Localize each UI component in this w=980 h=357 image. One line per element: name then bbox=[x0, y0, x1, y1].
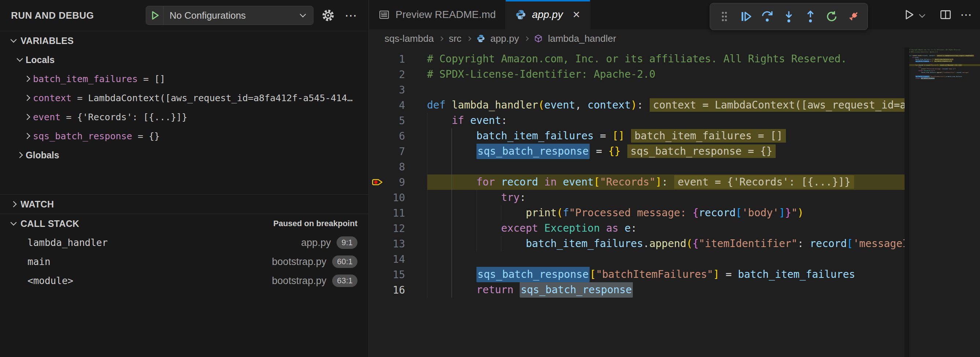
code-token: batch_item_failures bbox=[947, 76, 962, 77]
breadcrumb-symbol[interactable]: lambda_handler bbox=[548, 33, 616, 45]
variable-row[interactable]: event = {'Records': [{...}]} bbox=[0, 107, 368, 126]
frame-function: main bbox=[27, 256, 51, 267]
code-editor[interactable]: 1# Copyright Amazon.com, Inc. or its aff… bbox=[369, 48, 905, 357]
code-line[interactable]: 12 except Exception as e: bbox=[369, 221, 905, 236]
close-icon[interactable]: ✕ bbox=[573, 9, 581, 21]
indent-guide bbox=[452, 252, 452, 267]
breakpoint-slot[interactable] bbox=[369, 252, 387, 267]
code-token: " bbox=[791, 207, 798, 219]
breakpoint-slot[interactable] bbox=[369, 113, 387, 128]
start-debug-icon[interactable] bbox=[146, 6, 164, 25]
code-line[interactable]: 1# Copyright Amazon.com, Inc. or its aff… bbox=[369, 51, 905, 67]
globals-group[interactable]: Globals bbox=[0, 145, 368, 164]
run-python-file-icon[interactable] bbox=[901, 6, 917, 23]
breakpoint-slot[interactable] bbox=[369, 82, 387, 97]
code-line[interactable]: 15 sqs_batch_response["batchItemFailures… bbox=[369, 267, 905, 282]
code-token: if bbox=[452, 114, 464, 126]
code-token: event bbox=[544, 99, 575, 111]
line-number: 5 bbox=[387, 115, 427, 127]
code-token: : bbox=[935, 55, 936, 56]
chevron-right-icon bbox=[11, 201, 17, 207]
breakpoint-slot[interactable] bbox=[369, 144, 387, 159]
code-line[interactable]: 3 bbox=[369, 82, 905, 97]
code-token: # SPDX-License-Identifier: Apache-2.0 bbox=[909, 51, 937, 53]
more-actions-icon[interactable]: ⋯ bbox=[958, 6, 974, 23]
code-token: 'body' bbox=[742, 207, 779, 219]
variables-section-header[interactable]: VARIABLES bbox=[0, 31, 368, 50]
stack-frame-row[interactable]: mainbootstrap.py60:1 bbox=[0, 252, 368, 271]
debug-configuration-dropdown[interactable]: No Configurations bbox=[146, 6, 313, 25]
code-line[interactable]: 16 return sqs_batch_response bbox=[369, 282, 905, 298]
code-token: batch_item_failures bbox=[476, 130, 593, 142]
call-stack-title: CALL STACK bbox=[21, 218, 79, 229]
breakpoint-slot[interactable] bbox=[369, 128, 387, 144]
code-token bbox=[427, 114, 452, 126]
gear-icon[interactable] bbox=[320, 7, 336, 24]
variable-row[interactable]: context = LambdaContext([aws_request_id=… bbox=[0, 88, 368, 107]
breadcrumb-file[interactable]: app.py bbox=[490, 33, 519, 45]
breadcrumb-folder[interactable]: sqs-lambda bbox=[385, 33, 434, 45]
code-token: f bbox=[563, 207, 569, 219]
code-line[interactable]: 9 for record in event["Records"]:event =… bbox=[369, 174, 905, 190]
breakpoint-slot[interactable] bbox=[369, 205, 387, 221]
code-line[interactable]: 7 sqs_batch_response = {}sqs_batch_respo… bbox=[369, 144, 905, 159]
code-line[interactable]: 6 batch_item_failures = []batch_item_fai… bbox=[369, 128, 905, 144]
breakpoint-slot[interactable] bbox=[369, 97, 387, 113]
code-token: "batchItemFailures" bbox=[930, 76, 945, 77]
tab-preview-readme[interactable]: Preview README.md bbox=[369, 0, 506, 29]
code-line[interactable]: 5 if event: bbox=[369, 113, 905, 128]
variable-row[interactable]: batch_item_failures = [] bbox=[0, 69, 368, 88]
stack-frame-row[interactable]: <module>bootstrap.py63:1 bbox=[0, 271, 368, 290]
code-token bbox=[909, 64, 916, 66]
step-out-icon[interactable] bbox=[802, 6, 819, 27]
split-editor-icon[interactable] bbox=[937, 6, 954, 23]
code-token: [ bbox=[736, 207, 742, 219]
breakpoint-slot[interactable] bbox=[369, 67, 387, 82]
breakpoint-slot[interactable] bbox=[369, 282, 387, 298]
code-line[interactable]: 4def lambda_handler(event, context):cont… bbox=[369, 97, 905, 113]
code-line[interactable]: 14 bbox=[369, 252, 905, 267]
drag-handle-icon[interactable] bbox=[716, 6, 733, 27]
frame-position-badge: 60:1 bbox=[332, 255, 358, 268]
step-into-icon[interactable] bbox=[780, 6, 798, 27]
code-token: print bbox=[921, 68, 925, 70]
disconnect-icon[interactable] bbox=[845, 6, 862, 27]
code-token: lambda_handler bbox=[912, 55, 923, 56]
run-dropdown-chevron-icon[interactable] bbox=[919, 12, 926, 18]
breakpoint-slot[interactable] bbox=[369, 236, 387, 252]
watch-section-header[interactable]: WATCH bbox=[0, 194, 368, 214]
code-token: , bbox=[575, 99, 588, 111]
chevron-down-icon bbox=[11, 220, 17, 226]
call-stack-section-header[interactable]: CALL STACK Paused on breakpoint bbox=[0, 214, 368, 233]
code-token: "Processed message: bbox=[927, 68, 942, 70]
code-token: record bbox=[501, 176, 538, 188]
breakpoint-slot[interactable] bbox=[369, 159, 387, 174]
breakpoint-slot[interactable] bbox=[369, 267, 387, 282]
paused-status-badge: Paused on breakpoint bbox=[273, 219, 358, 228]
more-actions-icon[interactable]: ⋯ bbox=[343, 7, 359, 24]
stack-frame-row[interactable]: lambda_handlerapp.py9:1 bbox=[0, 233, 368, 252]
step-over-icon[interactable] bbox=[759, 6, 776, 27]
continue-icon[interactable] bbox=[737, 6, 755, 27]
breakpoint-slot[interactable] bbox=[369, 190, 387, 205]
code-line[interactable]: 2# SPDX-License-Identifier: Apache-2.0 bbox=[369, 67, 905, 82]
code-line[interactable]: 13 batch_item_failures.append({"itemIden… bbox=[369, 236, 905, 252]
locals-list: batch_item_failures = []context = Lambda… bbox=[0, 69, 368, 145]
inline-debug-value: event = {'Records': [{...}]} bbox=[940, 64, 962, 66]
code-line[interactable]: 11 print(f"Processed message: {record['b… bbox=[369, 205, 905, 221]
locals-group[interactable]: Locals bbox=[0, 50, 368, 69]
breakpoint-slot[interactable] bbox=[369, 221, 387, 236]
breadcrumb-folder[interactable]: src bbox=[449, 33, 461, 45]
restart-icon[interactable] bbox=[823, 6, 840, 27]
tab-app-py[interactable]: app.py ✕ bbox=[506, 0, 590, 29]
code-line[interactable]: 8 bbox=[369, 159, 905, 174]
breakpoint-current-line-icon[interactable] bbox=[369, 174, 387, 190]
code-token: 'body' bbox=[948, 68, 953, 70]
code-line[interactable]: 10 try: bbox=[369, 190, 905, 205]
minimap[interactable]: # Copyright Amazon.com, Inc. or its affi… bbox=[909, 48, 980, 357]
chevron-right-icon bbox=[524, 36, 529, 41]
code-token: event bbox=[470, 114, 501, 126]
variable-row[interactable]: sqs_batch_response = {} bbox=[0, 126, 368, 145]
line-number: 3 bbox=[387, 84, 427, 96]
breakpoint-slot[interactable] bbox=[369, 51, 387, 67]
